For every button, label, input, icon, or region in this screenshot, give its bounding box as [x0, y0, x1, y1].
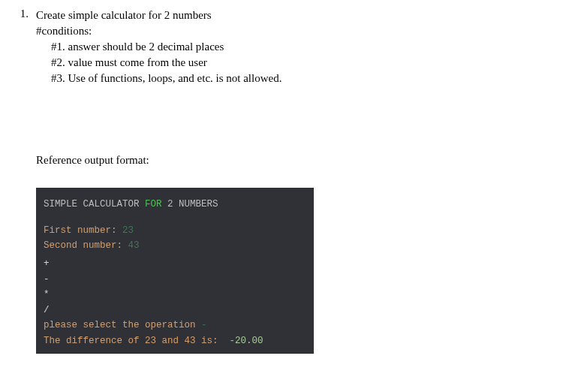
- question-title: Create simple calculator for 2 numbers: [36, 8, 575, 23]
- terminal-second-number: Second number: 43: [44, 238, 306, 254]
- terminal-op-divide: /: [44, 303, 306, 318]
- terminal-output: SIMPLE CALCULATOR FOR 2 NUMBERS First nu…: [36, 188, 314, 354]
- terminal-select-line: please select the operation -: [44, 318, 306, 333]
- list-body: Create simple calculator for 2 numbers #…: [36, 8, 575, 354]
- reference-output-label: Reference output format:: [36, 154, 575, 167]
- condition-1: #1. answer should be 2 decimal places: [36, 39, 575, 55]
- list-number: 1.: [15, 8, 36, 20]
- terminal-op-multiply: *: [44, 287, 306, 303]
- terminal-first-number: First number: 23: [44, 223, 306, 239]
- terminal-result-line: The difference of 23 and 43 is: -20.00: [44, 333, 306, 349]
- list-item-1: 1. Create simple calculator for 2 number…: [15, 8, 575, 354]
- condition-3: #3. Use of functions, loops, and etc. is…: [36, 71, 575, 86]
- conditions-label: #conditions:: [36, 23, 575, 39]
- terminal-title: SIMPLE CALCULATOR FOR 2 NUMBERS: [44, 197, 306, 213]
- condition-2: #2. value must come from the user: [36, 55, 575, 71]
- terminal-op-plus: +: [44, 256, 306, 272]
- terminal-op-minus: -: [44, 272, 306, 288]
